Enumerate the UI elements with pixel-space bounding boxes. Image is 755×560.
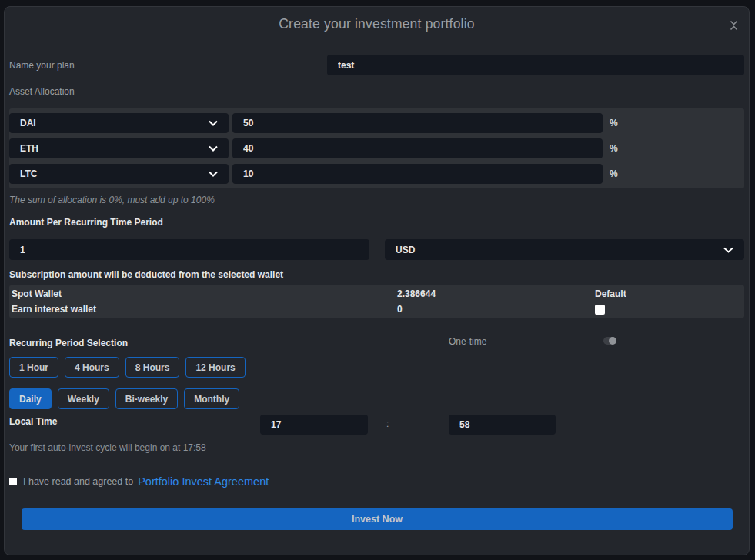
create-portfolio-dialog: Create your investment portfolio Name yo… — [4, 6, 750, 555]
asset-select-value: DAI — [20, 118, 36, 128]
dialog-header: Create your investment portfolio — [9, 16, 744, 33]
plan-name-row: Name your plan — [9, 55, 744, 75]
allocation-row: DAI % — [9, 113, 744, 133]
one-time-label: One-time — [449, 336, 486, 347]
wallet-name: Spot Wallet — [12, 288, 397, 299]
chevron-down-icon — [723, 245, 733, 255]
allocation-percent-input[interactable] — [232, 113, 603, 133]
option-4-hours[interactable]: 4 Hours — [65, 357, 119, 378]
asset-select-dai[interactable]: DAI — [9, 113, 229, 133]
cycle-begin-note: Your first auto-invest cycle will begin … — [9, 442, 744, 453]
percent-sign: % — [610, 168, 618, 179]
wallet-balance: 0 — [397, 304, 595, 315]
asset-select-value: ETH — [20, 143, 38, 154]
allocation-sum-note: The sum of allocation is 0%, must add up… — [9, 195, 744, 205]
hour-options-row: 1 Hour 4 Hours 8 Hours 12 Hours — [9, 357, 744, 378]
table-row[interactable]: Spot Wallet 2.386644 Default — [9, 286, 744, 302]
toggle-knob — [609, 337, 616, 345]
chevron-down-icon — [209, 168, 218, 179]
recurring-period-row: Recurring Period Selection One-time — [9, 335, 744, 347]
allocation-row: LTC % — [9, 164, 744, 184]
invest-now-button[interactable]: Invest Now — [22, 508, 733, 530]
asset-select-value: LTC — [20, 168, 37, 179]
agreement-row: I have read and agreed to Portfolio Inve… — [9, 475, 744, 488]
collapse-button[interactable] — [727, 20, 740, 32]
option-monthly[interactable]: Monthly — [184, 388, 239, 409]
currency-select-value: USD — [396, 245, 415, 255]
chevron-down-icon — [209, 143, 218, 154]
agreement-text: I have read and agreed to — [23, 476, 133, 487]
amount-input[interactable] — [9, 239, 369, 260]
allocation-percent-input[interactable] — [232, 164, 603, 184]
plan-name-input[interactable] — [327, 55, 744, 75]
wallet-deduction-label: Subscription amount will be deducted fro… — [9, 269, 744, 280]
wallet-name: Earn interest wallet — [12, 304, 397, 315]
option-8-hours[interactable]: 8 Hours — [125, 357, 180, 378]
option-weekly[interactable]: Weekly — [58, 388, 109, 409]
chevron-down-icon — [209, 118, 218, 128]
amount-label: Amount Per Recurring Time Period — [9, 217, 744, 228]
asset-allocation-panel: DAI % ETH % LTC — [9, 108, 744, 188]
option-12-hours[interactable]: 12 Hours — [185, 357, 245, 378]
option-daily[interactable]: Daily — [9, 388, 52, 409]
plan-name-label: Name your plan — [9, 60, 327, 71]
hour-input[interactable] — [260, 415, 368, 435]
allocation-row: ETH % — [9, 138, 744, 158]
percent-sign: % — [610, 118, 618, 128]
wallet-balance: 2.386644 — [397, 288, 595, 299]
table-row[interactable]: Earn interest wallet 0 — [9, 302, 744, 317]
asset-allocation-label: Asset Allocation — [9, 86, 744, 97]
period-options-row: Daily Weekly Bi-weekly Monthly — [9, 388, 744, 409]
local-time-label: Local Time — [9, 416, 57, 427]
recurring-period-label: Recurring Period Selection — [9, 338, 128, 348]
asset-select-ltc[interactable]: LTC — [9, 164, 229, 184]
wallet-default-header: Default — [595, 288, 744, 299]
one-time-toggle[interactable] — [603, 337, 616, 345]
agreement-checkbox[interactable] — [9, 478, 17, 485]
asset-select-eth[interactable]: ETH — [9, 138, 229, 158]
wallet-default-checkbox[interactable] — [595, 305, 605, 315]
percent-sign: % — [610, 143, 618, 154]
collapse-icon — [729, 20, 739, 33]
portfolio-invest-agreement-link[interactable]: Portfolio Invest Agreement — [138, 475, 269, 488]
local-time-row: Local Time : — [9, 415, 744, 435]
option-1-hour[interactable]: 1 Hour — [9, 357, 58, 378]
dialog-title: Create your investment portfolio — [9, 16, 744, 32]
currency-select[interactable]: USD — [385, 239, 744, 260]
allocation-percent-input[interactable] — [232, 138, 603, 158]
option-bi-weekly[interactable]: Bi-weekly — [115, 388, 178, 409]
minute-input[interactable] — [449, 415, 556, 435]
wallet-table: Spot Wallet 2.386644 Default Earn intere… — [9, 285, 744, 318]
time-separator: : — [386, 418, 389, 429]
amount-row: USD — [9, 239, 744, 260]
